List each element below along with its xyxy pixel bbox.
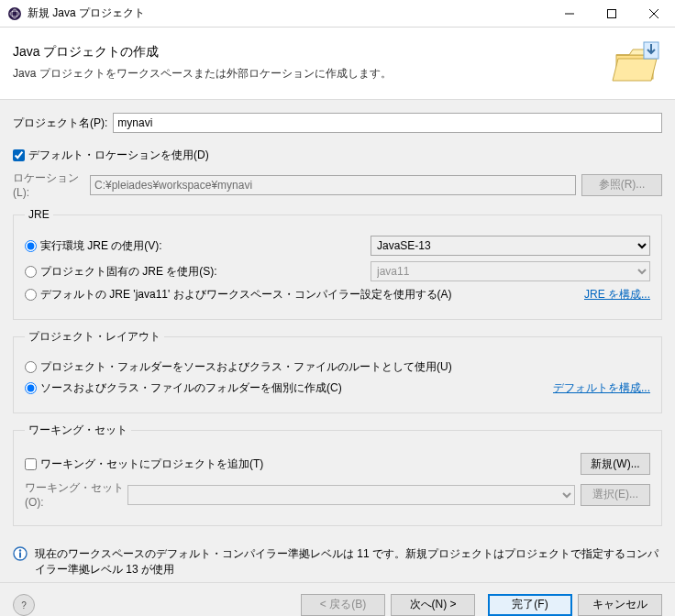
workingset-sets-label: ワーキング・セット(O): <box>25 480 127 509</box>
location-label: ロケーション(L): <box>13 170 84 199</box>
jre-group: JRE 実行環境 JRE の使用(V): JavaSE-13 プロジェクト固有の… <box>13 208 662 320</box>
use-default-location-label[interactable]: デフォルト・ロケーションを使用(D) <box>28 148 209 163</box>
wizard-heading: Java プロジェクトの作成 <box>13 44 603 60</box>
svg-rect-14 <box>19 553 21 558</box>
layout-sep-radio[interactable] <box>25 382 37 394</box>
info-icon <box>13 546 28 561</box>
jre-exec-env-select[interactable]: JavaSE-13 <box>371 236 650 256</box>
cancel-button[interactable]: キャンセル <box>578 594 662 616</box>
help-button[interactable]: ? <box>13 594 35 616</box>
svg-marker-9 <box>613 59 657 81</box>
browse-button: 参照(R)... <box>581 174 662 196</box>
workingset-add-checkbox[interactable] <box>25 458 37 470</box>
finish-button[interactable]: 完了(F) <box>488 594 572 616</box>
workingset-select-button: 選択(E)... <box>581 484 650 506</box>
location-input <box>90 175 576 195</box>
next-button[interactable]: 次へ(N) > <box>391 594 475 616</box>
maximize-button[interactable] <box>591 0 633 28</box>
workingset-new-button[interactable]: 新規(W)... <box>581 453 650 475</box>
layout-configure-link[interactable]: デフォルトを構成... <box>553 380 650 396</box>
project-name-input[interactable] <box>113 113 662 133</box>
layout-group: プロジェクト・レイアウト プロジェクト・フォルダーをソースおよびクラス・ファイル… <box>13 329 662 413</box>
wizard-content: プロジェクト名(P): デフォルト・ロケーションを使用(D) ロケーション(L)… <box>0 100 675 582</box>
jre-project-select: java11 <box>371 261 650 281</box>
back-button: < 戻る(B) <box>301 594 385 616</box>
jre-default-radio[interactable] <box>25 289 37 301</box>
project-name-label: プロジェクト名(P): <box>13 116 107 131</box>
eclipse-icon <box>7 6 22 21</box>
svg-rect-4 <box>608 9 616 17</box>
layout-root-radio[interactable] <box>25 361 37 373</box>
folder-icon <box>611 37 662 88</box>
wizard-description: Java プロジェクトをワークスペースまたは外部ロケーションに作成します。 <box>13 66 603 82</box>
layout-legend: プロジェクト・レイアウト <box>25 329 164 345</box>
use-default-location-checkbox[interactable] <box>13 149 25 161</box>
jre-default-label[interactable]: デフォルトの JRE 'java11' およびワークスペース・コンパイラー設定を… <box>40 287 584 302</box>
wizard-footer: ? < 戻る(B) 次へ(N) > 完了(F) キャンセル <box>0 582 675 616</box>
workingset-legend: ワーキング・セット <box>25 423 131 438</box>
layout-root-label[interactable]: プロジェクト・フォルダーをソースおよびクラス・ファイルのルートとして使用(U) <box>40 359 650 375</box>
jre-exec-env-radio[interactable] <box>25 240 37 252</box>
close-button[interactable] <box>633 0 675 28</box>
window-title: 新規 Java プロジェクト <box>28 6 548 21</box>
jre-exec-env-label[interactable]: 実行環境 JRE の使用(V): <box>40 238 371 254</box>
workingset-group: ワーキング・セット ワーキング・セットにプロジェクトを追加(T) 新規(W)..… <box>13 423 662 526</box>
workingset-add-label[interactable]: ワーキング・セットにプロジェクトを追加(T) <box>40 456 581 472</box>
minimize-button[interactable] <box>548 0 591 28</box>
wizard-banner: Java プロジェクトの作成 Java プロジェクトをワークスペースまたは外部ロ… <box>0 28 675 100</box>
jre-legend: JRE <box>25 208 53 221</box>
info-text: 現在のワークスペースのデフォルト・コンパイラー準拠レベルは 11 です。新規プロ… <box>35 546 662 578</box>
jre-configure-link[interactable]: JRE を構成... <box>584 287 650 302</box>
jre-project-label[interactable]: プロジェクト固有の JRE を使用(S): <box>40 264 371 280</box>
svg-text:?: ? <box>21 600 27 610</box>
jre-project-radio[interactable] <box>25 266 37 278</box>
svg-point-13 <box>19 549 21 551</box>
layout-sep-label[interactable]: ソースおよびクラス・ファイルのフォルダーを個別に作成(C) <box>40 380 553 396</box>
titlebar: 新規 Java プロジェクト <box>0 0 675 28</box>
window-controls <box>548 0 675 28</box>
workingset-select <box>127 485 575 505</box>
